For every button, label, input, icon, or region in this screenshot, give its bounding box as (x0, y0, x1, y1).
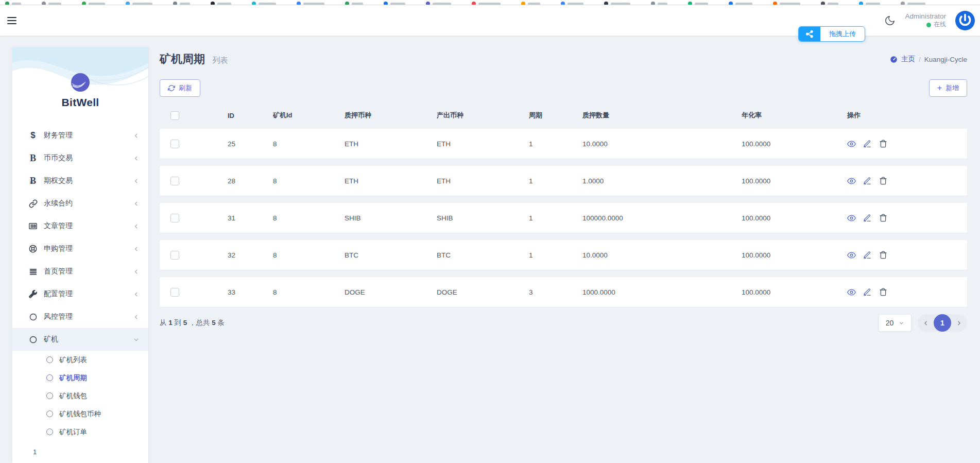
bookmark-stub[interactable] (126, 2, 152, 5)
bookmark-stub[interactable] (521, 2, 540, 5)
sidebar-item-label: 期权交易 (44, 176, 73, 185)
bookmark-favicon (297, 2, 301, 5)
sidebar-item-homepage-mgmt[interactable]: 首页管理 (12, 260, 148, 283)
bookmark-stub[interactable] (561, 2, 583, 5)
bookmark-stub[interactable] (173, 2, 190, 5)
delete-icon[interactable] (879, 177, 888, 185)
sidebar-subitem-miner-wallet-coin[interactable]: 矿机钱包币种 (12, 405, 148, 423)
bookmark-stub[interactable] (252, 2, 276, 5)
sidebar-subitem-miner-cycle[interactable]: 矿机周期 (12, 369, 148, 387)
bookmark-stub[interactable] (729, 2, 752, 5)
sidebar-subitem-label: 矿机订单 (59, 427, 87, 437)
table-header-row: ID矿机Id质押币种产出币种周期质押数量年化率操作 (160, 102, 967, 129)
delete-icon[interactable] (879, 288, 888, 297)
select-all-checkbox[interactable] (170, 111, 179, 120)
avatar[interactable] (955, 11, 975, 30)
refresh-button[interactable]: 刷新 (160, 79, 200, 97)
dashboard-icon (890, 56, 898, 63)
view-icon[interactable] (847, 251, 856, 260)
delete-icon[interactable] (879, 214, 888, 222)
bookmark-stub[interactable] (688, 2, 708, 5)
sidebar-item-spot-trade[interactable]: B币币交易 (12, 147, 148, 169)
bookmark-stub[interactable] (859, 2, 880, 5)
delete-icon[interactable] (879, 140, 888, 148)
row-checkbox[interactable] (170, 177, 179, 185)
table-cell: 8 (262, 251, 333, 259)
row-actions (836, 177, 967, 185)
page-size-select[interactable]: 20 (879, 314, 912, 332)
table-cell: 25 (216, 140, 262, 148)
row-checkbox[interactable] (170, 140, 179, 148)
sidebar-subitem-miner-order[interactable]: 矿机订单 (12, 423, 148, 441)
view-icon[interactable] (847, 214, 856, 222)
bookmark-stub[interactable] (821, 2, 838, 5)
column-header: 矿机Id (262, 111, 333, 120)
sidebar-item-label: 文章管理 (44, 221, 73, 231)
sidebar-item-subscription-mgmt[interactable]: 申购管理 (12, 237, 148, 260)
sidebar-item-article-mgmt[interactable]: 文章管理 (12, 215, 148, 237)
edit-icon[interactable] (863, 288, 872, 297)
edit-icon[interactable] (863, 140, 872, 148)
page-subtitle: 列表 (212, 56, 228, 64)
sidebar-item-config-mgmt[interactable]: 配置管理 (12, 283, 148, 305)
bookmark-stub[interactable] (426, 2, 451, 5)
sidebar-item-label: 矿机 (44, 335, 58, 344)
sidebar-subitem-miner-wallet[interactable]: 矿机钱包 (12, 387, 148, 405)
edit-icon[interactable] (863, 251, 872, 260)
sidebar-item-miner[interactable]: 矿机 (12, 328, 148, 351)
bookmark-title-stub (259, 3, 276, 5)
breadcrumb-home-link[interactable]: 主页 (901, 55, 915, 64)
bookmark-stub[interactable] (901, 2, 925, 5)
edit-icon[interactable] (863, 177, 872, 185)
dark-mode-toggle[interactable] (884, 15, 896, 26)
row-checkbox[interactable] (170, 288, 179, 297)
table-row: 318SHIBSHIB1100000.0000100.0000 (160, 203, 967, 233)
bookmark-stub[interactable] (42, 2, 61, 5)
breadcrumb: 主页 / Kuangji-Cycle (890, 55, 967, 64)
sidebar-item-options-trade[interactable]: Ƀ期权交易 (12, 169, 148, 192)
column-header: 产出币种 (425, 111, 518, 120)
breadcrumb-separator: / (919, 56, 921, 63)
sidebar-item-risk-mgmt[interactable]: 风控管理 (12, 305, 148, 328)
sidebar-subitem-miner-list[interactable]: 矿机列表 (12, 351, 148, 369)
prev-page-button[interactable] (922, 320, 929, 327)
sidebar-item-label: 永续合约 (44, 199, 73, 208)
delete-icon[interactable] (879, 251, 888, 260)
sidebar-item-finance-mgmt[interactable]: $财务管理 (12, 124, 148, 147)
bookmark-stub[interactable] (651, 2, 667, 5)
view-icon[interactable] (847, 177, 856, 185)
sidebar-item-label: 配置管理 (44, 289, 73, 299)
bookmark-stub[interactable] (604, 2, 630, 5)
bookmark-stub[interactable] (773, 2, 800, 5)
circle-icon (46, 410, 53, 417)
table-row: 328BTCBTC110.0000100.0000 (160, 240, 967, 270)
bookmark-stub[interactable] (297, 2, 324, 5)
plus-icon: + (937, 84, 942, 92)
sidebar-item-label: 首页管理 (44, 267, 73, 276)
bookmark-title-stub (828, 3, 838, 5)
menu-toggle-button[interactable] (7, 15, 21, 26)
view-icon[interactable] (847, 140, 856, 148)
table-cell: 31 (216, 214, 262, 222)
edit-icon[interactable] (863, 214, 872, 222)
current-page-button[interactable]: 1 (934, 314, 951, 332)
row-checkbox[interactable] (170, 251, 179, 260)
circle-icon (46, 428, 53, 435)
add-button[interactable]: + 新增 (929, 79, 967, 97)
bookmark-favicon (42, 2, 46, 5)
row-checkbox[interactable] (170, 214, 179, 222)
bookmark-favicon (252, 2, 256, 5)
sidebar-item-perpetual-contract[interactable]: 永续合约 (12, 192, 148, 215)
bookmark-stub[interactable] (384, 2, 405, 5)
next-page-button[interactable] (956, 320, 962, 327)
bookmark-stub[interactable] (472, 2, 501, 5)
bookmark-stub[interactable] (345, 2, 363, 5)
bookmark-stub[interactable] (82, 2, 105, 5)
table-cell: 8 (262, 177, 333, 185)
bookmark-favicon (472, 2, 476, 5)
view-icon[interactable] (847, 288, 856, 297)
bookmark-stub[interactable] (211, 2, 231, 5)
bookmark-stub[interactable] (5, 2, 21, 5)
user-info[interactable]: Administrator 在线 (905, 12, 946, 29)
drag-upload-extension-button[interactable]: 拖拽上传 (798, 26, 865, 42)
